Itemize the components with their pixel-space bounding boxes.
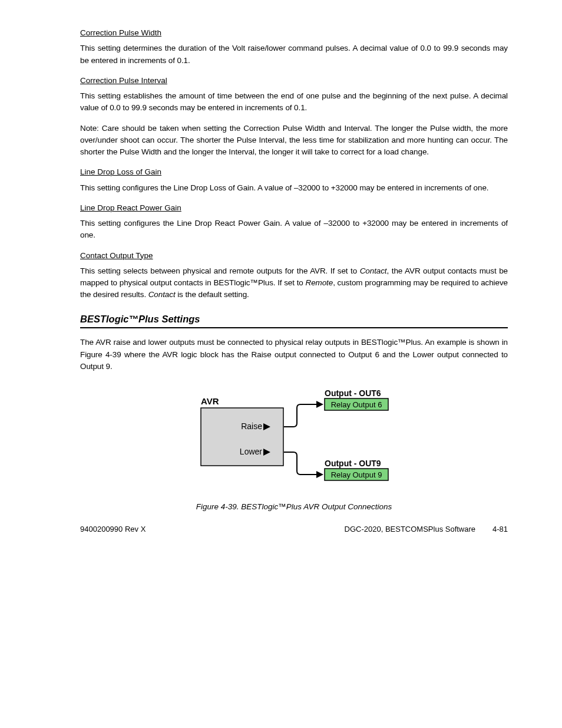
pulse-note-body: Note: Care should be taken when setting … (80, 123, 508, 159)
loss-gain-heading: Line Drop Loss of Gain (80, 166, 508, 178)
out9-relay-label: Relay Output 9 (331, 470, 382, 479)
avr-diagram: AVR Raise Lower Output - OUT6 Relay Outp… (80, 387, 508, 493)
avr-label: AVR (201, 396, 219, 406)
arrowhead-icon (316, 471, 323, 478)
lower-label: Lower (240, 447, 262, 456)
footer-right: DGC-2020, BESTCOMSPlus Software 4-81 (345, 523, 508, 535)
wire-raise (284, 404, 316, 427)
wire-lower (284, 452, 316, 475)
section-rule (80, 327, 508, 328)
page-footer: 9400200990 Rev X DGC-2020, BESTCOMSPlus … (80, 523, 508, 535)
react-power-heading: Line Drop React Power Gain (80, 202, 508, 214)
footer-left: 9400200990 Rev X (80, 523, 146, 535)
out6-relay-label: Relay Output 6 (331, 400, 382, 409)
pulse-width-heading: Correction Pulse Width (80, 27, 508, 39)
arrowhead-icon (316, 401, 323, 408)
avr-block (201, 408, 283, 466)
contact-output-body: This setting selects between physical an… (80, 265, 508, 301)
react-power-body: This setting configures the Line Drop Re… (80, 218, 508, 242)
bestlogic-title: BESTlogic™Plus Settings (80, 312, 508, 327)
figure-caption: Figure 4-39. BESTlogic™Plus AVR Output C… (80, 501, 508, 513)
out6-title: Output - OUT6 (325, 388, 381, 398)
pulse-width-body: This setting determines the duration of … (80, 42, 508, 67)
pulse-interval-body: This setting establishes the amount of t… (80, 90, 508, 114)
raise-label: Raise (241, 421, 262, 431)
pulse-interval-heading: Correction Pulse Interval (80, 75, 508, 87)
out9-title: Output - OUT9 (325, 459, 381, 468)
bestlogic-body: The AVR raise and lower outputs must be … (80, 337, 508, 373)
loss-gain-body: This setting configures the Line Drop Lo… (80, 182, 508, 194)
contact-output-heading: Contact Output Type (80, 250, 508, 262)
